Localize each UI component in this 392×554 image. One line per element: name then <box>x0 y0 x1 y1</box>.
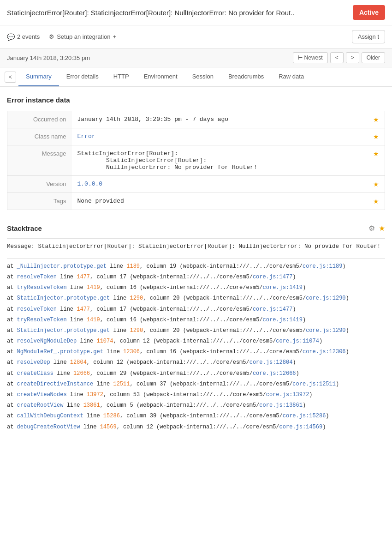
line-num: 12804 <box>70 359 87 366</box>
stack-frame: at createDirectiveInstance line 12511, c… <box>7 380 385 389</box>
stack-frame: at resolveNgModuleDep line 11074, column… <box>7 337 385 346</box>
tabs-bar: < Summary Error details HTTP Environment… <box>0 67 392 87</box>
func-name: createDirectiveInstance <box>17 381 94 387</box>
older-button[interactable]: Older <box>362 52 385 63</box>
class-name-label: Class name <box>7 128 72 145</box>
occurred-on-label: Occurred on <box>7 111 72 128</box>
line-num: 15286 <box>103 413 120 419</box>
line-num: 1290 <box>130 295 143 301</box>
file-link[interactable]: core.js:13861 <box>259 402 303 409</box>
line-num: 12666 <box>73 370 90 377</box>
file-link[interactable]: core.js:1290 <box>306 295 345 301</box>
stack-frame: at tryResolveToken line 1419, column 16 … <box>7 316 385 325</box>
tags-star[interactable]: ★ <box>368 193 385 210</box>
settings-icon[interactable]: ⚙ <box>368 224 375 233</box>
newest-button[interactable]: ⊢ Newest <box>293 52 327 63</box>
class-name-value: Error <box>72 128 368 145</box>
stack-frame: at _NullInjector.prototype.get line 1189… <box>7 262 385 271</box>
file-link[interactable]: core.js:1419 <box>263 317 303 323</box>
class-name-star[interactable]: ★ <box>368 128 385 145</box>
integration-link[interactable]: ⚙ Setup an integration + <box>49 33 116 40</box>
message-value: StaticInjectorError[Router]: StaticInjec… <box>72 145 368 176</box>
assign-button[interactable]: Assign t <box>352 30 385 43</box>
tab-raw-data[interactable]: Raw data <box>271 67 311 86</box>
line-num: 1290 <box>130 327 143 334</box>
stack-frame: at createClass line 12666, column 29 (we… <box>7 369 385 378</box>
subheader: 💬 2 events ⚙ Setup an integration + Assi… <box>0 25 392 48</box>
line-num: 14569 <box>100 424 117 430</box>
func-name: debugCreateRootView <box>17 424 80 430</box>
nav-controls: ⊢ Newest < > Older <box>293 52 385 63</box>
file-link[interactable]: core.js:1189 <box>303 263 342 270</box>
file-link[interactable]: core.js:1477 <box>253 274 292 280</box>
func-name: NgModuleRef_.prototype.get <box>17 349 103 355</box>
prev-button[interactable]: < <box>330 52 344 63</box>
version-star[interactable]: ★ <box>368 176 385 193</box>
file-link[interactable]: core.js:12666 <box>253 370 296 377</box>
line-num: 12306 <box>123 349 140 355</box>
error-title: StaticInjectorError[Router]: StaticInjec… <box>7 9 348 17</box>
stack-frame: at resolveToken line 1477, column 17 (we… <box>7 273 385 282</box>
line-num: 1189 <box>126 263 140 270</box>
func-name: resolveNgModuleDep <box>17 338 77 344</box>
file-link[interactable]: core.js:12511 <box>292 381 336 387</box>
line-num: 1477 <box>77 306 90 313</box>
next-button[interactable]: > <box>346 52 359 63</box>
stacktrace-message: Message: StaticInjectorError[Router]: St… <box>7 242 385 251</box>
file-link[interactable]: core.js:12306 <box>303 349 346 355</box>
tab-error-details[interactable]: Error details <box>59 67 106 86</box>
nav-date: January 14th 2018, 3:20:35 pm <box>7 54 90 61</box>
stack-frames: at _NullInjector.prototype.get line 1189… <box>7 262 385 432</box>
line-num: 12511 <box>113 381 130 387</box>
func-name: _NullInjector.prototype.get <box>17 263 107 270</box>
tab-session[interactable]: Session <box>185 67 221 86</box>
tab-http[interactable]: HTTP <box>106 67 137 86</box>
func-name: createViewNodes <box>17 391 67 398</box>
version-value: 1.0.0.0 <box>72 176 368 193</box>
file-link[interactable]: core.js:1419 <box>263 284 303 291</box>
file-link[interactable]: core.js:15286 <box>283 413 326 419</box>
stack-frame: at debugCreateRootView line 14569, colum… <box>7 423 385 432</box>
func-name: createClass <box>17 370 53 377</box>
tabs-scroll-left[interactable]: < <box>5 72 16 83</box>
file-link[interactable]: core.js:11074 <box>276 338 319 344</box>
line-num: 13972 <box>87 391 103 398</box>
stack-frame: at createRootView line 13861, column 5 (… <box>7 401 385 410</box>
occurred-on-star[interactable]: ★ <box>368 111 385 128</box>
tags-value: None provided <box>72 193 368 210</box>
events-count-section: 💬 2 events <box>7 33 40 41</box>
main-content: Error instance data Occurred on January … <box>0 87 392 443</box>
stacktrace-star[interactable]: ★ <box>379 224 385 233</box>
tab-breadcrumbs[interactable]: Breadcrumbs <box>221 67 271 86</box>
file-link[interactable]: core.js:1477 <box>253 306 292 313</box>
line-num: 11074 <box>96 338 113 344</box>
message-star[interactable]: ★ <box>368 145 385 176</box>
line-num: 1419 <box>87 317 100 323</box>
func-name: resolveDep <box>17 359 50 366</box>
file-link[interactable]: core.js:1290 <box>306 327 345 334</box>
version-label: Version <box>7 176 72 193</box>
func-name: resolveToken <box>17 274 57 280</box>
stack-frame: at resolveDep line 12804, column 12 (web… <box>7 358 385 367</box>
plus-icon: + <box>113 33 117 40</box>
table-row: Tags None provided ★ <box>7 193 385 210</box>
version-link[interactable]: 1.0.0.0 <box>77 181 103 187</box>
file-link[interactable]: core.js:13972 <box>266 391 309 398</box>
stack-frame: at StaticInjector.prototype.get line 129… <box>7 294 385 303</box>
func-name: StaticInjector.prototype.get <box>17 327 110 334</box>
chevron-left-icon: < <box>335 54 339 61</box>
func-name: callWithDebugContext <box>17 413 83 419</box>
file-link[interactable]: core.js:12804 <box>249 359 293 366</box>
error-instance-title: Error instance data <box>7 96 385 104</box>
file-link[interactable]: core.js:14569 <box>279 424 323 430</box>
tags-label: Tags <box>7 193 72 210</box>
tab-environment[interactable]: Environment <box>137 67 185 86</box>
active-button[interactable]: Active <box>353 5 385 20</box>
events-count-label: 2 events <box>17 33 40 40</box>
divider <box>7 258 385 259</box>
table-row: Version 1.0.0.0 ★ <box>7 176 385 193</box>
cog-icon: ⚙ <box>49 33 54 40</box>
func-name: tryResolveToken <box>17 284 67 291</box>
integration-label: Setup an integration <box>57 33 110 40</box>
tab-summary[interactable]: Summary <box>18 67 59 86</box>
